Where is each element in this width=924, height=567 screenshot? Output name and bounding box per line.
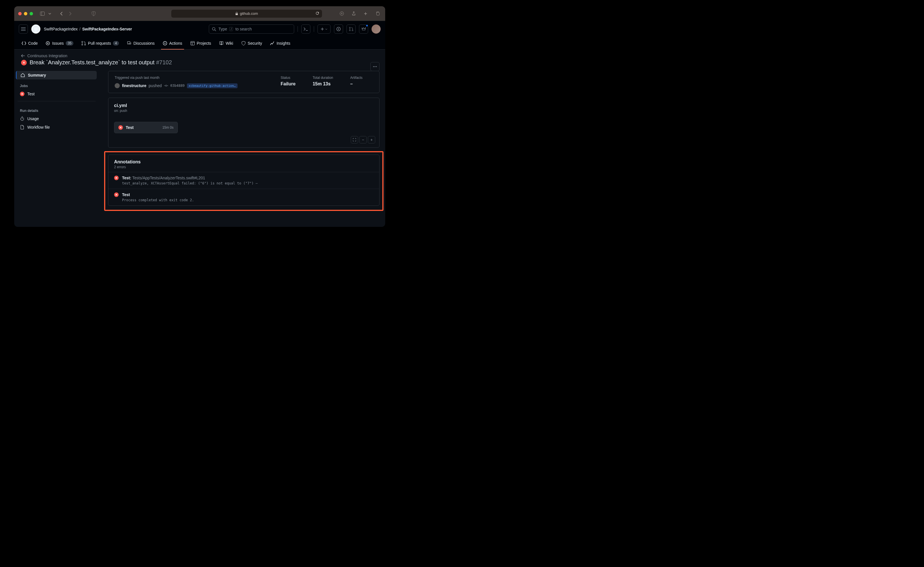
artifacts-label: Artifacts [350, 76, 373, 80]
prs-count-badge: 4 [113, 41, 119, 45]
github-logo[interactable] [31, 24, 40, 34]
sidebar-job-label: Test [27, 92, 35, 96]
nav-discussions[interactable]: Discussions [124, 37, 158, 50]
back-icon[interactable] [57, 10, 65, 17]
annotations-card: Annotations 2 errors Test: Tests/AppTest… [108, 155, 380, 206]
search-input[interactable]: Type / to search [209, 24, 294, 34]
svg-rect-18 [190, 41, 194, 45]
share-icon[interactable] [350, 10, 357, 17]
nav-code-label: Code [28, 41, 38, 45]
annotation-row[interactable]: Test: Tests/AppTests/AnalyzerTests.swift… [108, 172, 379, 189]
annotations-highlight: Annotations 2 errors Test: Tests/AppTest… [104, 151, 384, 211]
svg-point-15 [82, 44, 83, 45]
annotation-message: test_analyze, XCTAssertEqual failed: ("6… [122, 181, 374, 185]
job-node-test[interactable]: Test 15m 0s [114, 122, 178, 133]
trigger-actor-row: finestructure pushed 03b4889 xcbeautify-… [115, 83, 263, 88]
nav-wiki-label: Wiki [226, 41, 233, 45]
chevron-down-icon[interactable] [48, 10, 52, 17]
status-fail-icon [21, 60, 27, 65]
traffic-lights [18, 12, 33, 15]
search-suffix: to search [235, 27, 252, 31]
fullscreen-button[interactable] [351, 136, 358, 143]
search-key: / [229, 27, 233, 31]
svg-rect-0 [40, 12, 45, 15]
downloads-icon[interactable] [338, 10, 345, 17]
search-prefix: Type [219, 27, 227, 31]
nav-actions[interactable]: Actions [160, 37, 185, 50]
actor-avatar[interactable] [115, 83, 120, 88]
commit-icon [164, 84, 168, 87]
nav-issues[interactable]: Issues 35 [43, 37, 76, 50]
lock-icon [235, 12, 238, 15]
svg-point-9 [349, 27, 350, 28]
sidebar-rundetails-heading: Run details [16, 104, 97, 114]
close-window[interactable] [18, 12, 22, 15]
commit-sha[interactable]: 03b4889 [170, 84, 185, 88]
workflow-backlink[interactable]: Continuous Integration [21, 54, 378, 58]
run-header: Continuous Integration Break `Analyzer.T… [14, 50, 385, 68]
annotations-heading: Annotations [114, 159, 374, 164]
sidebar-workflow-file[interactable]: Workflow file [16, 123, 97, 131]
job-fail-icon [20, 92, 24, 96]
breadcrumb-repo[interactable]: SwiftPackageIndex-Server [82, 27, 132, 31]
command-palette-button[interactable] [301, 24, 310, 34]
nav-projects[interactable]: Projects [188, 37, 214, 50]
nav-wiki[interactable]: Wiki [216, 37, 236, 50]
nav-security-label: Security [248, 41, 262, 45]
svg-point-25 [165, 85, 167, 87]
minimize-window[interactable] [24, 12, 27, 15]
shield-icon[interactable] [90, 10, 97, 17]
reload-icon[interactable] [315, 11, 319, 16]
user-avatar[interactable] [372, 24, 381, 34]
status-label: Status [280, 76, 295, 80]
nav-code[interactable]: Code [19, 37, 40, 50]
annotation-row[interactable]: Test Process completed with exit code 2. [108, 189, 379, 206]
breadcrumb-separator: / [80, 27, 81, 31]
sidebar-toggle-icon[interactable] [39, 10, 46, 17]
sidebar-summary[interactable]: Summary [16, 71, 97, 80]
status-value: Failure [280, 81, 295, 87]
new-tab-icon[interactable] [362, 10, 369, 17]
nav-security[interactable]: Security [238, 37, 265, 50]
pushed-label: pushed [149, 83, 162, 88]
zoom-out-button[interactable]: − [359, 136, 367, 143]
zoom-in-button[interactable]: + [368, 136, 375, 143]
forward-icon[interactable] [67, 10, 74, 17]
nav-projects-label: Projects [197, 41, 212, 45]
svg-point-21 [373, 66, 374, 67]
sidebar-job-test[interactable]: Test [16, 90, 97, 98]
actor-name[interactable]: finestructure [122, 83, 147, 88]
sidebar-usage[interactable]: Usage [16, 114, 97, 123]
url-host: github.com [240, 11, 258, 16]
sidebar-jobs-heading: Jobs [16, 80, 97, 90]
annotation-path: Tests/AppTests/AnalyzerTests.swift#L201 [132, 176, 205, 180]
issues-button[interactable] [334, 24, 343, 34]
stopwatch-icon [20, 116, 24, 121]
issues-count-badge: 35 [66, 41, 74, 45]
annotation-title: Test [122, 193, 130, 197]
duration-label: Total duration [313, 76, 333, 80]
trigger-line: Triggered via push last month [115, 76, 263, 80]
nav-insights[interactable]: Insights [267, 37, 293, 50]
svg-point-10 [349, 30, 350, 31]
svg-rect-5 [376, 12, 379, 15]
url-bar[interactable]: github.com [171, 10, 322, 18]
home-icon [21, 73, 25, 77]
svg-point-13 [47, 43, 48, 44]
nav-pull-requests[interactable]: Pull requests 4 [78, 37, 122, 50]
maximize-window[interactable] [30, 12, 33, 15]
nav-discussions-label: Discussions [134, 41, 155, 45]
breadcrumb-org[interactable]: SwiftPackageIndex [44, 27, 78, 31]
notifications-button[interactable] [359, 24, 368, 34]
svg-point-14 [82, 41, 83, 42]
menu-button[interactable] [19, 24, 28, 34]
svg-point-8 [338, 29, 339, 30]
branch-name[interactable]: xcbeautify-github-action… [187, 83, 237, 88]
tabs-icon[interactable] [374, 10, 381, 17]
run-number: #7102 [156, 59, 172, 65]
sidebar-divider [18, 101, 96, 101]
pull-requests-button[interactable] [346, 24, 356, 34]
create-new-button[interactable] [318, 24, 331, 34]
workflow-file-name: ci.yml [114, 103, 374, 108]
svg-point-16 [84, 44, 86, 45]
